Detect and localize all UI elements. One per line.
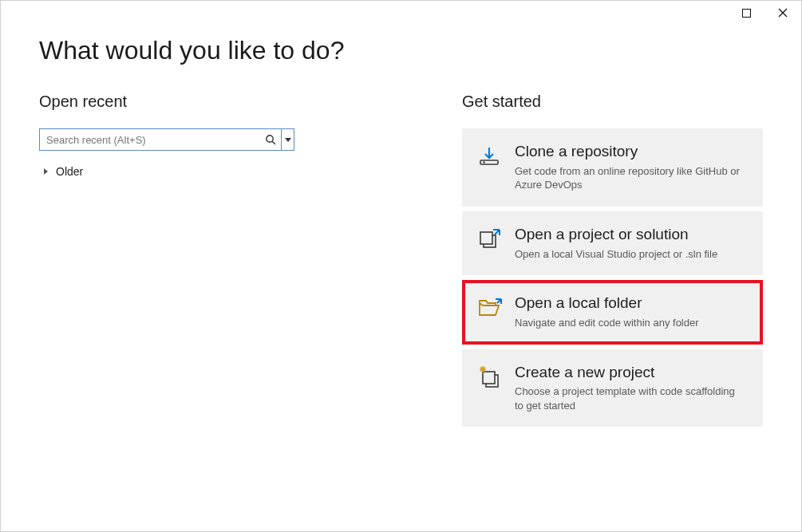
search-recent-input[interactable] — [46, 134, 265, 146]
svg-rect-0 — [742, 9, 750, 17]
window-titlebar — [1, 1, 801, 25]
maximize-icon — [742, 9, 751, 18]
page-title: What would you like to do? — [1, 25, 801, 65]
card-desc: Open a local Visual Studio project or .s… — [515, 247, 745, 262]
close-icon — [778, 8, 788, 18]
card-desc: Navigate and edit code within any folder — [515, 316, 745, 330]
search-icon — [265, 134, 276, 145]
get-started-heading: Get started — [462, 93, 763, 111]
svg-rect-6 — [480, 160, 498, 164]
card-title: Create a new project — [515, 364, 745, 382]
svg-point-7 — [483, 161, 484, 163]
card-desc: Choose a project template with code scaf… — [515, 384, 745, 412]
window-maximize-button[interactable] — [728, 1, 764, 25]
create-new-project-card[interactable]: Create a new project Choose a project te… — [462, 349, 763, 428]
svg-marker-5 — [285, 138, 291, 142]
svg-rect-12 — [483, 372, 495, 384]
open-recent-heading: Open recent — [39, 93, 414, 111]
open-project-card[interactable]: Open a project or solution Open a local … — [462, 211, 763, 275]
clone-repository-card[interactable]: Clone a repository Get code from an onli… — [462, 128, 763, 207]
svg-point-3 — [267, 136, 273, 142]
open-project-icon — [478, 227, 502, 251]
recent-older-expander[interactable]: Older — [44, 165, 414, 178]
search-recent-dropdown[interactable] — [282, 128, 294, 151]
open-local-folder-card[interactable]: Open a local folder Navigate and edit co… — [462, 280, 763, 344]
new-project-icon — [478, 365, 502, 389]
card-title: Clone a repository — [515, 143, 745, 161]
recent-older-label: Older — [56, 165, 83, 178]
card-title: Open a local folder — [515, 294, 745, 313]
chevron-down-icon — [285, 138, 291, 142]
svg-rect-10 — [480, 232, 492, 244]
clone-repository-icon — [478, 144, 502, 168]
window-close-button[interactable] — [764, 1, 801, 25]
card-title: Open a project or solution — [515, 226, 745, 244]
search-recent-box[interactable] — [39, 128, 282, 151]
svg-line-4 — [272, 141, 275, 144]
card-desc: Get code from an online repository like … — [515, 164, 745, 192]
chevron-right-icon — [44, 168, 48, 175]
open-folder-icon — [478, 296, 502, 320]
